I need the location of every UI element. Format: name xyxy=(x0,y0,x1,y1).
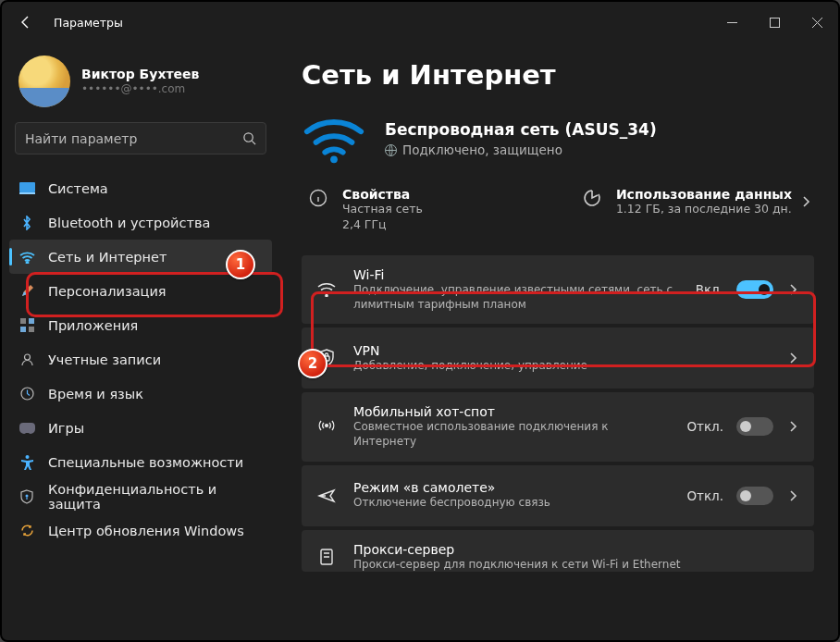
back-button[interactable] xyxy=(13,9,39,35)
sidebar-item-system[interactable]: Система xyxy=(9,171,272,205)
sidebar-item-network[interactable]: Сеть и Интернет xyxy=(9,240,272,274)
sidebar-item-label: Время и язык xyxy=(48,387,143,401)
card-title: Wi-Fi xyxy=(353,267,679,282)
svg-rect-3 xyxy=(19,192,35,194)
sidebar-item-label: Персонализация xyxy=(48,284,167,299)
info-icon xyxy=(309,189,327,207)
sidebar-item-gaming[interactable]: Игры xyxy=(9,411,272,445)
svg-point-13 xyxy=(330,155,338,163)
toggle-state: Вкл. xyxy=(696,282,723,297)
brush-icon xyxy=(19,284,34,299)
svg-point-4 xyxy=(26,262,28,264)
sidebar-item-label: Центр обновления Windows xyxy=(48,524,244,538)
shield-icon xyxy=(20,489,33,504)
sidebar-nav: Система Bluetooth и устройства Сеть и Ин… xyxy=(2,171,279,548)
sidebar-item-update[interactable]: Центр обновления Windows xyxy=(9,513,272,548)
minimize-button[interactable] xyxy=(710,2,753,43)
sidebar-item-time[interactable]: Время и язык xyxy=(9,377,272,411)
sidebar-item-label: Система xyxy=(48,181,108,196)
card-proxy[interactable]: Прокси-сервер Прокси-сервер для подключе… xyxy=(302,530,814,572)
card-sub: Отключение беспроводную связь xyxy=(353,495,670,510)
sidebar-item-label: Учетные записи xyxy=(48,352,161,367)
window-title: Параметры xyxy=(54,16,123,30)
toggle-state: Откл. xyxy=(686,488,723,503)
bluetooth-icon xyxy=(20,216,33,230)
hotspot-toggle[interactable] xyxy=(736,417,773,436)
sidebar-item-label: Сеть и Интернет xyxy=(48,250,167,265)
properties-line2: 2,4 ГГц xyxy=(342,217,423,233)
svg-rect-0 xyxy=(770,18,779,27)
page-title: Сеть и Интернет xyxy=(302,59,814,91)
connection-name: Беспроводная сеть (ASUS_34) xyxy=(385,120,657,139)
titlebar: Параметры xyxy=(2,2,838,43)
search-input[interactable]: Найти параметр xyxy=(15,122,266,154)
svg-point-9 xyxy=(24,354,30,360)
card-sub: Подключение, управление известными сетям… xyxy=(353,282,679,312)
svg-point-18 xyxy=(326,425,328,427)
card-title: Мобильный хот-спот xyxy=(353,404,670,419)
vpn-shield-icon xyxy=(318,349,335,367)
airplane-icon xyxy=(317,488,336,504)
svg-rect-2 xyxy=(19,182,35,192)
profile-email: ••••••@••••.com xyxy=(81,82,199,97)
sidebar-item-label: Игры xyxy=(48,421,84,436)
properties-block[interactable]: Свойства Частная сеть 2,4 ГГц xyxy=(309,187,423,233)
update-icon xyxy=(20,524,34,537)
sidebar-item-apps[interactable]: Приложения xyxy=(9,308,272,342)
sidebar-item-label: Специальные возможности xyxy=(48,455,243,470)
profile-block[interactable]: Виктор Бухтеев ••••••@••••.com xyxy=(2,46,279,122)
maximize-button[interactable] xyxy=(753,2,796,43)
hotspot-icon xyxy=(317,418,336,435)
card-vpn[interactable]: VPN Добавление, подключение, управление xyxy=(302,327,814,389)
globe-icon xyxy=(385,144,397,156)
svg-rect-6 xyxy=(29,318,34,324)
minimize-icon xyxy=(727,18,737,28)
sidebar-item-label: Конфиденциальность и защита xyxy=(48,482,263,512)
properties-title: Свойства xyxy=(342,187,423,202)
apps-icon xyxy=(20,318,34,332)
properties-line1: Частная сеть xyxy=(342,202,423,217)
svg-point-16 xyxy=(326,294,327,296)
sidebar-item-bluetooth[interactable]: Bluetooth и устройства xyxy=(9,205,272,240)
svg-point-11 xyxy=(25,455,29,459)
data-usage-line: 1.12 ГБ, за последние 30 дн. xyxy=(616,202,792,217)
system-icon xyxy=(19,182,35,194)
sidebar-item-accessibility[interactable]: Специальные возможности xyxy=(9,445,272,479)
card-title: VPN xyxy=(353,343,770,358)
sidebar-item-privacy[interactable]: Конфиденциальность и защита xyxy=(9,479,272,513)
card-wifi[interactable]: Wi-Fi Подключение, управление известными… xyxy=(302,255,814,324)
data-usage-block[interactable]: Использование данных 1.12 ГБ, за последн… xyxy=(583,187,792,217)
svg-rect-5 xyxy=(20,318,26,324)
wifi-icon xyxy=(317,282,336,297)
data-usage-title: Использование данных xyxy=(616,187,792,202)
svg-rect-17 xyxy=(324,356,329,361)
close-button[interactable] xyxy=(796,2,838,43)
sidebar-item-label: Bluetooth и устройства xyxy=(48,216,210,230)
card-hotspot[interactable]: Мобильный хот-спот Совместное использова… xyxy=(302,392,814,461)
maximize-icon xyxy=(770,18,780,28)
search-icon xyxy=(242,131,256,145)
wifi-toggle[interactable] xyxy=(736,280,773,299)
clock-icon xyxy=(20,387,34,401)
card-title: Режим «в самолете» xyxy=(353,480,670,495)
wifi-icon xyxy=(19,251,35,264)
connection-status: Подключено, защищено xyxy=(402,142,562,157)
chevron-right-icon xyxy=(786,352,799,364)
airplane-toggle[interactable] xyxy=(736,487,773,505)
wifi-large-icon xyxy=(302,111,366,167)
data-usage-icon xyxy=(583,189,601,207)
profile-name: Виктор Бухтеев xyxy=(81,66,199,82)
sidebar-item-accounts[interactable]: Учетные записи xyxy=(9,342,272,377)
card-sub: Совместное использование подключения к И… xyxy=(353,419,670,449)
sidebar-item-personalization[interactable]: Персонализация xyxy=(9,274,272,308)
svg-point-12 xyxy=(26,494,29,497)
card-airplane[interactable]: Режим «в самолете» Отключение беспроводн… xyxy=(302,465,814,526)
svg-rect-7 xyxy=(20,327,26,332)
main-panel: Сеть и Интернет Беспроводная сеть (ASUS_… xyxy=(279,43,838,640)
chevron-right-icon xyxy=(786,283,799,296)
account-icon xyxy=(20,352,34,366)
connection-hero: Беспроводная сеть (ASUS_34) Подключено, … xyxy=(302,111,814,167)
svg-point-1 xyxy=(244,133,253,142)
chevron-right-icon xyxy=(799,195,812,208)
arrow-left-icon xyxy=(19,15,33,30)
